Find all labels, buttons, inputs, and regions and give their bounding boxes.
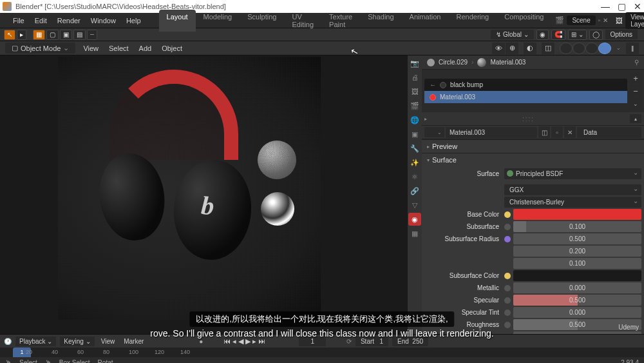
tab-data[interactable]: ▽ [408, 199, 421, 211]
material-slot-1[interactable]: Material.003 [424, 91, 627, 103]
timeline-track[interactable]: 1 20 40 60 80 100 120 140 [0, 348, 644, 357]
tab-material[interactable]: ◉ [408, 213, 421, 226]
viewport-menu-view[interactable]: View [80, 44, 101, 52]
sss-radius-x[interactable]: 0.500 [513, 233, 641, 244]
material-link-dropdown[interactable]: Data [577, 127, 641, 138]
metallic-socket-icon[interactable] [504, 285, 511, 291]
sss-radius-y[interactable]: 0.200 [513, 246, 641, 257]
keying-dropdown[interactable]: Keying ⌄ [60, 337, 94, 346]
tab-scene[interactable]: 🎬 [408, 99, 421, 112]
shading-wireframe[interactable] [560, 43, 573, 54]
tab-shading[interactable]: Shading [360, 10, 401, 32]
distribution-dropdown[interactable]: GGX [504, 184, 641, 195]
tab-modifier[interactable]: 🔧 [408, 142, 421, 155]
drag-handle-icon[interactable]: :::: [522, 115, 535, 123]
select-intersect-icon[interactable]: ▤ [73, 30, 86, 40]
maximize-button[interactable]: ▢ [618, 1, 626, 12]
tab-render[interactable]: 📷 [408, 57, 421, 70]
tab-texture[interactable]: ▦ [408, 227, 421, 240]
menu-edit[interactable]: Edit [30, 17, 52, 25]
metallic-slider[interactable]: 0.000 [513, 282, 641, 293]
material-browse-button[interactable]: ⌄ [424, 127, 444, 137]
viewport-menu-add[interactable]: Add [137, 44, 155, 52]
basecolor-socket-icon[interactable] [504, 211, 511, 218]
basecolor-swatch[interactable] [513, 209, 641, 220]
surface-panel-header[interactable]: ▾Surface [422, 153, 644, 166]
timeline-menu-marker[interactable]: Marker [121, 338, 146, 345]
3d-viewport[interactable] [0, 55, 408, 334]
new-material-button[interactable]: ▫ [551, 126, 563, 138]
tab-compositing[interactable]: Compositing [497, 10, 551, 32]
proportional-edit-icon[interactable]: ◯ [589, 30, 603, 40]
tab-object[interactable]: ▣ [408, 128, 421, 141]
sss-color-socket-icon[interactable] [504, 273, 511, 279]
scene-browse-icon[interactable]: ▫ [598, 17, 601, 24]
move-up-button[interactable]: ▴ [630, 114, 641, 123]
shading-rendered[interactable] [598, 43, 611, 54]
material-slot-0[interactable]: ← black bump [424, 79, 627, 91]
specular-slider[interactable]: 0.500 [513, 295, 641, 306]
pause-render-button[interactable]: ‖ [626, 43, 639, 54]
scene-selector[interactable]: Scene [567, 15, 595, 25]
cursor-tool-icon[interactable]: ↖ [4, 30, 15, 40]
tab-particles[interactable]: ✨ [408, 156, 421, 169]
menu-render[interactable]: Render [52, 17, 86, 25]
options-dropdown[interactable]: Options [605, 30, 638, 39]
spectint-socket-icon[interactable] [504, 309, 511, 316]
tab-layout[interactable]: Layout [159, 10, 196, 32]
timeline-clock-icon[interactable]: 🕐 [4, 338, 12, 345]
specular-socket-icon[interactable] [504, 297, 511, 304]
tab-world[interactable]: 🌐 [408, 113, 421, 126]
subsurface-slider[interactable]: 0.100 [513, 221, 641, 232]
spectint-slider[interactable]: 0.000 [513, 307, 641, 318]
sss-color-swatch[interactable] [513, 270, 641, 281]
viewport-menu-select[interactable]: Select [106, 44, 131, 52]
overlay-icon[interactable]: ◐ [524, 43, 536, 54]
shading-material[interactable] [585, 43, 598, 54]
snap-toggle[interactable]: 🧲 [551, 30, 565, 40]
snap-target-icon[interactable]: ⊞ ⌄ [568, 30, 587, 40]
mode-selector[interactable]: ▢ Object Mode ⌄ [5, 43, 75, 54]
tab-rendering[interactable]: Rendering [448, 10, 497, 32]
fake-user-button[interactable]: ◫ [538, 126, 550, 138]
sss-radius-z[interactable]: 0.100 [513, 258, 641, 269]
transform-orientation[interactable]: ↯ Global ⌄ [491, 30, 533, 39]
preview-panel-header[interactable]: ▸Preview [422, 140, 644, 153]
surface-shader-dropdown[interactable]: Principled BSDF [504, 168, 641, 179]
menu-help[interactable]: Help [121, 17, 146, 25]
shading-solid[interactable] [573, 43, 585, 54]
tab-uvediting[interactable]: UV Editing [284, 10, 321, 32]
tab-sculpting[interactable]: Sculpting [240, 10, 284, 32]
select-all-icon[interactable]: ▦ [33, 30, 45, 40]
tab-physics[interactable]: ⚛ [408, 170, 421, 183]
tab-texturepaint[interactable]: Texture Paint [321, 10, 360, 32]
tab-constraints[interactable]: 🔗 [408, 184, 421, 197]
select-none-icon[interactable]: ▢ [46, 30, 59, 40]
play-icon[interactable]: ▸ [17, 30, 26, 40]
gizmo-icon[interactable]: ⊕ [506, 43, 518, 54]
roughness-socket-icon[interactable] [504, 322, 511, 328]
remove-slot-button[interactable]: − [630, 85, 641, 97]
subsurface-socket-icon[interactable] [504, 224, 511, 230]
add-slot-button[interactable]: + [630, 72, 641, 84]
select-invert-icon[interactable]: ▣ [60, 30, 72, 40]
shading-dropdown-icon[interactable]: ⌄ [616, 45, 621, 51]
menu-file[interactable]: File [8, 17, 30, 25]
pin-icon[interactable]: ⚲ [634, 59, 639, 66]
select-dash-icon[interactable]: ┄ [87, 30, 97, 40]
pivot-icon[interactable]: ◉ [536, 30, 549, 40]
playback-dropdown[interactable]: Playback ⌄ [15, 337, 56, 346]
menu-window[interactable]: Window [86, 17, 121, 25]
sss-radius-socket-icon[interactable] [504, 236, 511, 242]
minimize-button[interactable]: — [601, 1, 610, 12]
xray-icon[interactable]: ◫ [542, 43, 554, 54]
tab-modeling[interactable]: Modeling [196, 10, 240, 32]
viewlayer-selector[interactable]: View Layer [625, 12, 644, 29]
viewport-menu-object[interactable]: Object [159, 44, 185, 52]
expand-arrow-icon[interactable]: ▸ [424, 116, 427, 122]
visibility-icon[interactable]: 👁 [492, 43, 505, 54]
slot-menu-button[interactable]: ⌄ [630, 98, 641, 110]
tab-animation[interactable]: Animation [402, 10, 449, 32]
close-button[interactable]: ✕ [634, 1, 641, 12]
timeline-menu-view[interactable]: View [99, 338, 118, 345]
